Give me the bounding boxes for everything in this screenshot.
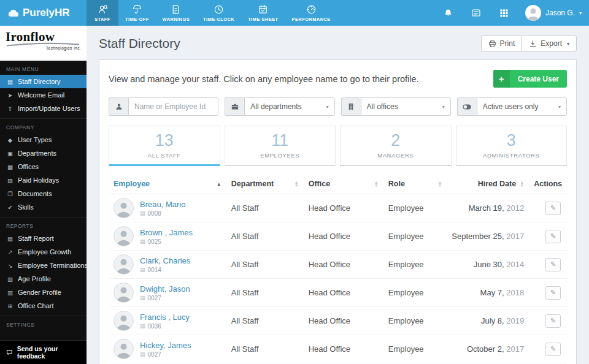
sidebar-item-offices[interactable]: ▦ Offices [0,160,87,173]
employee-avatar [114,311,134,331]
section-title: COMPANY [0,118,87,133]
nav-label: WARNINGS [163,17,190,22]
company-logo: Ironflow Technologies Inc. [0,26,87,61]
user-types-icon: ◆ [6,137,14,143]
nav-item-performance[interactable]: PERFORMANCE [285,0,337,26]
edit-user-button[interactable]: ✎ [545,258,561,271]
sidebar-item-label: Import/Update Users [18,105,80,112]
employee-name-link[interactable]: Brown , James [140,228,193,237]
employee-name-link[interactable]: Clark, Charles [140,256,190,265]
column-header-role[interactable]: Role▲▼ [383,174,447,194]
stat-label: EMPLOYEES [225,152,336,159]
sidebar-item-user-types[interactable]: ◆ User Types [0,133,87,146]
feedback-button[interactable]: Send us your feedback [0,340,87,364]
cell-office: Head Office [304,307,383,335]
notifications-button[interactable] [434,0,462,26]
app-root: PurelyHR STAFF TIME-OFF WARNINGS TIME-CL… [0,0,589,364]
offices-select[interactable]: All offices ▾ [361,97,451,116]
user-name: Jason G. [545,9,575,17]
edit-user-button[interactable]: ✎ [545,314,561,328]
sidebar-item-welcome-email[interactable]: ➤ Welcome Email [0,88,87,102]
staff-directory-icon: ▤ [6,78,14,85]
employee-name-link[interactable]: Hickey, James [140,341,191,350]
table-row: Hickey, James ▤0027 All Staff Head Offic… [109,335,567,363]
office-chart-icon: ⊞ [6,303,14,309]
column-header-department[interactable]: Department▲▼ [226,174,304,194]
sidebar: Ironflow Technologies Inc. MAIN MENU ▤ S… [0,26,87,364]
search-input[interactable] [128,97,218,116]
print-button[interactable]: Print [481,36,523,51]
sidebar-section-company: COMPANY ◆ User Types ▣ Departments ▦ Off… [0,118,87,214]
column-header-actions: Actions [529,174,567,194]
sort-icon: ▲▼ [520,181,524,188]
edit-user-button[interactable]: ✎ [545,343,561,356]
nav-item-time-clock[interactable]: TIME-CLOCK [196,0,241,26]
column-header-office[interactable]: Office▲▼ [304,174,383,194]
stat-administrators[interactable]: 3 ADMINISTRATORS [456,126,568,166]
employee-id: ▤0036 [140,323,190,330]
cell-hired-date: May 7, 2018 [447,279,529,307]
sidebar-item-departments[interactable]: ▣ Departments [0,146,87,160]
nav-item-time-sheet[interactable]: TIME-SHEET [241,0,285,26]
time-clock-icon [214,4,224,15]
table-row: Francis , Lucy ▤0036 All Staff Head Offi… [109,307,567,335]
nav-item-time-off[interactable]: TIME-OFF [118,0,156,26]
header-actions: Print Export ▾ [481,36,577,51]
id-badge-icon: ▤ [140,267,145,273]
sort-icon: ▲▼ [294,181,299,188]
export-button[interactable]: Export ▾ [522,36,577,51]
employee-id: ▤0027 [140,351,191,358]
sidebar-item-documents[interactable]: ❐ Documents [0,187,87,200]
create-user-button[interactable]: + Create User [493,70,567,88]
edit-user-button[interactable]: ✎ [545,202,561,215]
sidebar-item-employee-terminations[interactable]: ↘ Employee Terminations [0,259,87,272]
sort-icon: ▲▼ [437,181,442,188]
download-icon [529,40,537,48]
sidebar-item-age-profile[interactable]: ▥ Age Profile [0,272,87,286]
cell-role: Employee [383,335,447,363]
performance-icon [306,4,317,15]
user-menu[interactable]: Jason G. ▾ [518,5,589,21]
nav-item-warnings[interactable]: WARNINGS [156,0,196,26]
status-select[interactable]: Active users only ▾ [477,97,567,116]
column-header-hired-date[interactable]: Hired Date▲▼ [447,174,529,194]
employee-name-link[interactable]: Breau, Mario [140,200,185,209]
employee-name-link[interactable]: Dwight, Jason [140,284,190,294]
sidebar-item-staff-report[interactable]: ▤ Staff Report [0,232,87,245]
stat-all-staff[interactable]: 13 ALL STAFF [109,126,220,166]
sidebar-item-paid-holidays[interactable]: ▨ Paid Holidays [0,173,87,187]
company-logo-subtitle: Technologies Inc. [6,46,81,50]
sidebar-item-gender-profile[interactable]: ▥ Gender Profile [0,286,87,299]
edit-user-button[interactable]: ✎ [545,286,561,300]
sidebar-item-staff-directory[interactable]: ▤ Staff Directory [0,75,87,88]
gender-profile-icon: ▥ [6,289,14,296]
id-badge-icon: ▤ [140,210,145,216]
sidebar-item-employee-growth[interactable]: ↗ Employee Growth [0,245,87,259]
departments-select[interactable]: All departments ▾ [244,97,334,116]
sidebar-item-label: Office Chart [18,302,54,309]
toggle-icon [457,97,477,116]
section-title: SETTINGS [0,316,87,330]
sidebar-section-main-menu: MAIN MENU ▤ Staff Directory ➤ Welcome Em… [0,61,87,115]
sidebar-item-import-update-users[interactable]: ⇧ Import/Update Users [0,102,87,115]
nav-label: TIME-CLOCK [203,17,234,22]
employee-avatar [114,226,134,246]
offices-select-value: All offices [367,102,398,111]
staff-table: Employee▲ Department▲▼ Office▲▼ Role▲▼ H [109,174,567,363]
cell-department: All Staff [226,251,304,279]
employee-name-link[interactable]: Francis , Lucy [140,313,190,322]
apps-grid-button[interactable] [490,0,518,26]
chevron-down-icon: ▾ [579,10,582,16]
sidebar-item-skills[interactable]: ✔ Skills [0,200,87,214]
nav-item-staff[interactable]: STAFF [87,0,118,26]
sidebar-item-office-chart[interactable]: ⊞ Office Chart [0,299,87,313]
stat-employees[interactable]: 11 EMPLOYEES [225,126,336,166]
sidebar-section-settings: SETTINGS [0,316,87,330]
table-row: Brown , James ▤0025 All Staff Head Offic… [109,222,567,251]
welcome-email-icon: ➤ [6,92,14,99]
news-button[interactable] [462,0,490,26]
column-header-employee[interactable]: Employee▲ [109,174,226,194]
edit-user-button[interactable]: ✎ [545,230,561,243]
stat-managers[interactable]: 2 MANAGERS [340,126,452,166]
purelyhr-brand[interactable]: PurelyHR [0,0,87,26]
